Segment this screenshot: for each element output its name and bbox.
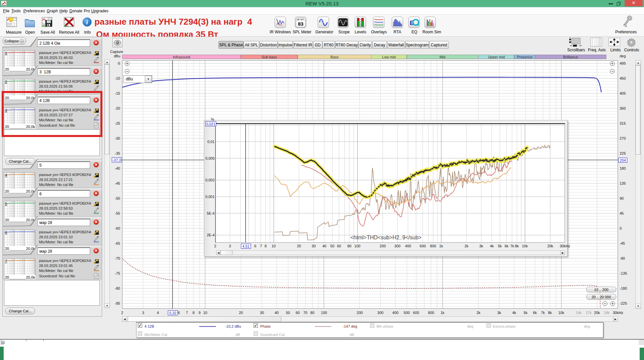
svg-text:9: 9 [360, 25, 361, 27]
svg-text:3: 3 [360, 21, 361, 23]
svg-text:i: i [86, 19, 88, 26]
svg-text:83: 83 [298, 21, 304, 27]
svg-text:0: 0 [360, 18, 361, 20]
svg-text:dB SPL: dB SPL [297, 18, 305, 21]
